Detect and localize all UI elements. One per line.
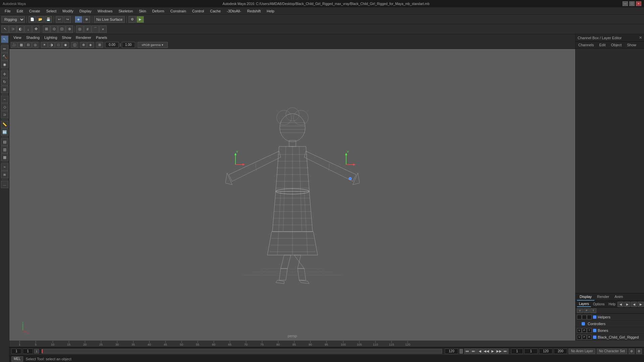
go-end2-button[interactable]: ⏭	[502, 349, 508, 354]
paint-lt-button[interactable]: ✏	[1, 45, 8, 53]
close-button[interactable]: ✕	[636, 1, 641, 6]
menu-redshift[interactable]: Redshift	[245, 8, 263, 14]
child-r[interactable]: R	[587, 335, 592, 340]
go-start-button[interactable]: ⏮	[464, 349, 470, 354]
universal-tool-button[interactable]: ⊕	[66, 25, 73, 33]
open-file-button[interactable]: 📂	[37, 16, 44, 23]
start-frame-input[interactable]	[23, 349, 33, 354]
mode-dropdown[interactable]: Rigging	[1, 16, 25, 23]
scale-tool-button[interactable]: ⊡	[58, 25, 65, 33]
vp-uv-button[interactable]: ◫	[71, 42, 78, 48]
menu-skeleton[interactable]: Skeleton	[116, 8, 136, 14]
helpers-col1[interactable]	[577, 315, 582, 319]
bones-v[interactable]: V	[577, 328, 582, 333]
menu-3dtaall[interactable]: -3DtoAll-	[224, 8, 244, 14]
edit-tab[interactable]: Edit	[596, 42, 608, 48]
mel-button[interactable]: MEL	[11, 356, 23, 362]
child-p[interactable]: P	[582, 335, 587, 340]
sculpt-lt-button[interactable]: 🔨	[1, 53, 8, 60]
soft-select-button[interactable]: ◎	[76, 25, 84, 33]
helpers-col2[interactable]	[582, 315, 587, 319]
brush-lt-button[interactable]: ◉	[1, 61, 8, 68]
vp-wire-button[interactable]: □	[55, 42, 62, 48]
menu-cache[interactable]: Cache	[207, 8, 223, 14]
rotate-tool-button[interactable]: ⊙	[50, 25, 58, 33]
select-lt-button[interactable]: ↖	[1, 36, 8, 43]
annotation-lt-button[interactable]: 🔤	[1, 128, 8, 136]
vp-resolve-button[interactable]: ⊕	[80, 42, 87, 48]
scale-lt-button[interactable]: ⊞	[1, 86, 8, 93]
layer-up-button[interactable]: ◀	[631, 302, 637, 307]
lasso-button[interactable]: ⊕	[83, 16, 90, 23]
render-settings-button[interactable]: ⚙	[128, 16, 136, 23]
total-frames-input[interactable]	[554, 349, 567, 354]
layer-lt-button[interactable]: ▤	[1, 138, 8, 145]
move-lt-button[interactable]: ✛	[1, 70, 8, 78]
paint-select-button[interactable]: ◐	[17, 25, 24, 33]
child-v[interactable]: V	[577, 335, 582, 340]
current-frame-input[interactable]	[11, 349, 21, 354]
end-frame-input[interactable]	[445, 349, 458, 354]
vp-snap-button[interactable]: ◎	[32, 42, 39, 48]
select-button[interactable]: ◈	[75, 16, 82, 23]
menu-skin[interactable]: Skin	[136, 8, 149, 14]
step-forward-button[interactable]: ▶▶	[496, 349, 502, 354]
save-file-button[interactable]: 💾	[45, 16, 52, 23]
menu-edit[interactable]: Edit	[14, 8, 26, 14]
vp-shading-menu[interactable]: Shading	[24, 35, 42, 40]
layer2-lt-button[interactable]: ▥	[1, 146, 8, 153]
play-forward-button[interactable]: ▶	[490, 349, 496, 354]
track2-lt-button[interactable]: ≋	[1, 171, 8, 178]
menu-select[interactable]: Select	[44, 8, 59, 14]
vp-light-button[interactable]: ☀	[41, 42, 48, 48]
bones-p[interactable]: P	[582, 328, 587, 333]
menu-deform[interactable]: Deform	[150, 8, 167, 14]
vp-gamma-input[interactable]	[122, 42, 135, 48]
vp-shade-button[interactable]: ◑	[48, 42, 55, 48]
vp-camera-button[interactable]: 🎥	[11, 42, 17, 48]
layer-down-button[interactable]: ▶	[638, 302, 644, 307]
undo-button[interactable]: ↩	[56, 16, 63, 23]
go-end-button[interactable]: ⏭	[471, 349, 477, 354]
render-tab[interactable]: Render	[594, 293, 612, 301]
range-end-input[interactable]	[539, 349, 552, 354]
vp-color-mode-button[interactable]: sRGB gamma ▾	[138, 42, 168, 48]
timeline-ruler[interactable]: 1 5 10 15 20 25 30 35 40 45 50 55 60 65	[9, 341, 644, 347]
object-tab[interactable]: Object	[608, 42, 624, 48]
select-tool-button[interactable]: ↖	[1, 25, 9, 33]
transform-tool-button[interactable]: ⊞	[43, 25, 50, 33]
show-tab[interactable]: Show	[624, 42, 639, 48]
rotate-lt-button[interactable]: ↻	[1, 78, 8, 85]
vp-panels-menu[interactable]: Panels	[94, 35, 109, 40]
menu-display[interactable]: Display	[77, 8, 94, 14]
menu-control[interactable]: Control	[190, 8, 207, 14]
vp-hud-button[interactable]: ⊞	[96, 42, 103, 48]
ik-lt-button[interactable]: ⊃	[1, 111, 8, 118]
step-back-button[interactable]: ◀	[477, 349, 483, 354]
anim-settings-button[interactable]: ⚙	[629, 349, 635, 354]
render-button[interactable]: ▶	[137, 16, 144, 23]
panel-close-button[interactable]: ✕	[639, 36, 642, 40]
move-tool-button[interactable]: ✥	[32, 25, 40, 33]
maximize-button[interactable]: □	[629, 1, 635, 6]
vp-view-menu[interactable]: View	[11, 35, 23, 40]
vp-gate-button[interactable]: ⊟	[25, 42, 32, 48]
joint-lt-button[interactable]: ◇	[1, 103, 8, 111]
layer-bones[interactable]: V P T Bones	[576, 327, 644, 334]
layer-black-child[interactable]: V P R Black_Child_Girl_Rigged	[576, 334, 644, 341]
layer-controllers[interactable]: Controllers	[576, 320, 644, 327]
misc-lt-button[interactable]: …	[1, 181, 8, 188]
menu-modify[interactable]: Modify	[60, 8, 76, 14]
arrow-tool-button[interactable]: ↓	[24, 25, 32, 33]
display-tab[interactable]: Display	[577, 293, 594, 301]
vp-lighting-menu[interactable]: Lighting	[42, 35, 59, 40]
layer-helpers[interactable]: Helpers	[576, 314, 644, 320]
play-back-button[interactable]: ◀◀	[483, 349, 489, 354]
channels-tab[interactable]: Channels	[576, 42, 596, 48]
curve-lt-button[interactable]: ⌢	[1, 96, 8, 103]
new-file-button[interactable]: 📄	[29, 16, 36, 23]
menu-windows[interactable]: Windows	[95, 8, 115, 14]
vp-isolate-button[interactable]: ◈	[87, 42, 94, 48]
minimize-button[interactable]: —	[623, 1, 628, 6]
range-start-input[interactable]	[524, 349, 538, 354]
